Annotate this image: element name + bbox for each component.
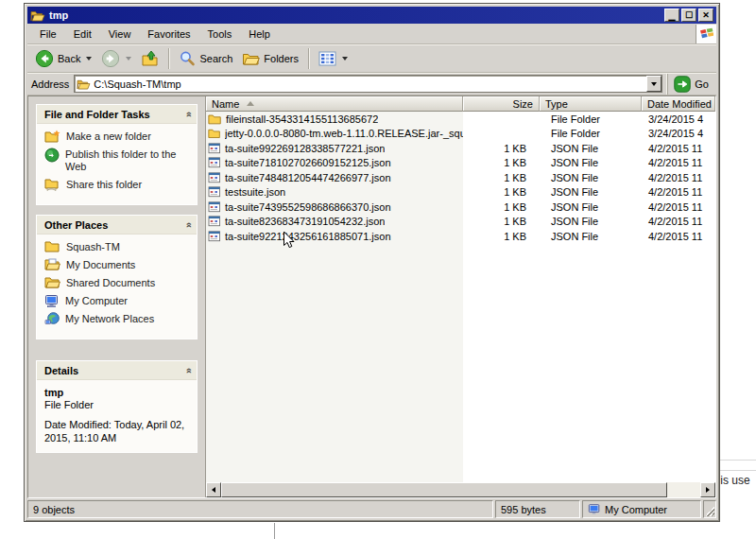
place-my-network-places[interactable]: My Network Places [44,313,193,325]
task-make-new-folder[interactable]: Make a new folder [44,130,193,143]
table-row[interactable]: ta-suite7484812054474266977.json 1 KB JS… [206,170,715,185]
file-date: 4/2/2015 11 [642,186,715,198]
json-file-icon [208,157,221,168]
details-header[interactable]: Details » [37,361,197,380]
views-dropdown-caret-icon[interactable] [342,57,348,61]
folder-icon [208,128,221,139]
status-size: 595 bytes [495,500,580,518]
views-button[interactable] [315,49,352,68]
details-folder-name: tmp [44,387,193,398]
table-row[interactable]: ta-suite7181027026609152125.json 1 KB JS… [206,156,715,171]
address-input[interactable] [91,77,646,91]
triangle-left-icon [212,487,215,493]
folder-icon [44,276,60,288]
menu-edit[interactable]: Edit [65,26,100,43]
column-header-type[interactable]: Type [540,96,642,112]
json-file-icon [208,143,221,154]
views-icon [318,51,336,66]
file-size: 1 KB [463,201,540,213]
scrollbar-thumb[interactable] [221,482,667,497]
my-computer-icon [44,294,60,307]
file-size: 1 KB [463,216,540,227]
go-icon[interactable] [674,76,691,93]
open-folder-icon [30,9,45,22]
resize-grip[interactable] [703,500,716,518]
status-object-count: 9 objects [27,500,493,518]
forward-button[interactable] [97,47,135,70]
file-folder-tasks-header[interactable]: File and Folder Tasks » [37,105,197,124]
folder-icon [44,240,60,252]
task-label: Publish this folder to the Web [65,148,177,173]
maximize-button[interactable]: ☐ [681,9,696,22]
place-label: My Computer [65,295,128,307]
place-shared-documents[interactable]: Shared Documents [44,277,193,289]
table-row[interactable]: ta-suite7439552598686866370.json 1 KB JS… [206,200,715,215]
close-button[interactable]: ✕ [698,9,713,22]
collapse-chevron-icon[interactable]: » [182,367,194,373]
go-area: Go [667,74,713,95]
address-dropdown-button[interactable] [646,76,662,92]
file-date: 4/2/2015 11 [642,172,715,183]
status-bar: 9 objects 595 bytes My Computer [27,498,716,518]
file-name: ta-suite992269128338577221.json [225,143,385,154]
toolbar-separator [308,48,309,69]
back-dropdown-caret-icon[interactable] [86,57,92,61]
address-folder-icon [77,78,91,90]
table-row[interactable]: ta-suite823683473191054232.json 1 KB JSO… [206,215,715,230]
file-date: 4/2/2015 11 [642,231,715,242]
search-label: Search [199,53,232,64]
scrollbar-track[interactable] [221,482,700,497]
menu-file[interactable]: File [31,26,65,43]
column-header-name[interactable]: Name [206,96,463,112]
table-row[interactable]: jetty-0.0.0.0-8080-tm.web-1.11.0.RELEASE… [206,127,715,142]
column-headers: Name Size Type Date Modified [206,96,715,112]
back-button[interactable]: Back [31,47,95,70]
mouse-cursor [283,231,295,250]
file-type: JSON File [540,143,642,154]
forward-dropdown-caret-icon[interactable] [126,57,131,61]
menu-favorites[interactable]: Favorites [139,26,198,43]
toolbar-separator [168,48,169,69]
up-button[interactable] [137,48,163,69]
menu-view[interactable]: View [100,26,140,43]
column-header-date-modified[interactable]: Date Modified [642,96,715,112]
background-vertical-line [274,523,275,539]
search-button[interactable]: Search [175,48,236,69]
table-row[interactable]: testsuite.json 1 KB JSON File 4/2/2015 1… [206,185,715,200]
other-places-header[interactable]: Other Places » [37,216,197,235]
menu-tools[interactable]: Tools [199,26,241,43]
menu-help[interactable]: Help [240,26,279,43]
horizontal-scrollbar[interactable] [206,482,715,497]
chevron-down-icon [651,82,657,86]
collapse-chevron-icon[interactable]: » [182,111,194,116]
task-share-folder[interactable]: Share this folder [44,179,193,191]
my-computer-status-icon [588,503,601,515]
toolbar: Back [27,44,716,73]
collapse-chevron-icon[interactable]: » [182,221,194,227]
go-label[interactable]: Go [695,78,709,90]
other-places-panel: Other Places » Squash-TM [36,215,198,339]
place-squash-tm[interactable]: Squash-TM [44,241,193,253]
scroll-right-button[interactable] [700,482,715,497]
table-row[interactable]: ta-suite992269128338577221.json 1 KB JSO… [206,141,715,156]
file-size: 1 KB [463,231,540,242]
file-type: File Folder [540,113,642,125]
folders-button[interactable]: Folders [238,49,302,68]
place-my-computer[interactable]: My Computer [44,295,193,307]
minimize-button[interactable]: ▁ [664,9,679,22]
scroll-left-button[interactable] [206,482,221,497]
share-folder-icon [44,178,60,191]
file-size: 1 KB [463,186,540,198]
details-folder-type: File Folder [44,399,193,410]
place-my-documents[interactable]: My Documents [44,259,193,271]
search-icon [179,50,196,67]
column-header-size[interactable]: Size [463,96,540,112]
title-bar[interactable]: tmp ▁ ☐ ✕ [27,7,716,24]
windows-flag-icon [699,27,713,40]
table-row[interactable]: fileinstall-3543314155113685672 File Fol… [206,112,715,127]
details-panel: Details » tmp File Folder Date Modified:… [36,360,198,453]
task-publish-to-web[interactable]: Publish this folder to the Web [44,148,193,173]
column-label: Type [545,98,568,110]
file-size: 1 KB [463,172,540,183]
panel-title: Details [44,365,78,376]
